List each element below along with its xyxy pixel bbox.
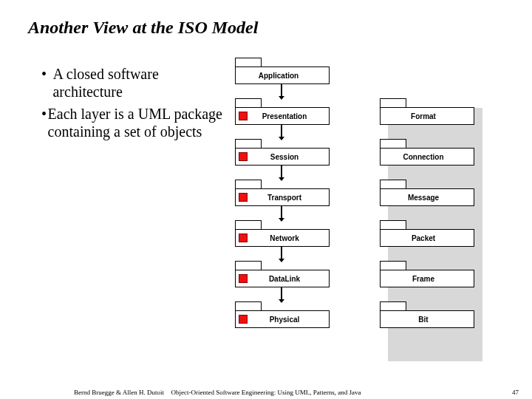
package-body: Format xyxy=(380,107,474,125)
package-label: Physical xyxy=(248,316,329,324)
package-label: Transport xyxy=(248,194,329,202)
package-body: Connection xyxy=(380,148,474,166)
package-label: DataLink xyxy=(248,275,329,283)
red-square-icon xyxy=(239,274,248,283)
red-square-icon xyxy=(239,152,248,161)
package-label: Message xyxy=(381,194,474,202)
layer-arrow-icon xyxy=(281,246,282,259)
slide-title: Another View at the ISO Model xyxy=(28,18,258,38)
layer-arrow-icon xyxy=(281,165,282,178)
bullet-list: •A closed software architecture•Each lay… xyxy=(41,65,226,145)
bullet-dot-icon: • xyxy=(41,65,52,100)
red-square-icon xyxy=(239,193,248,202)
bullet-dot-icon: • xyxy=(41,105,48,140)
bullet-item: •Each layer is a UML package containing … xyxy=(41,105,226,140)
footer-page-number: 47 xyxy=(512,389,519,396)
red-square-icon xyxy=(239,112,248,120)
footer-book-title: Object-Oriented Software Engineering: Us… xyxy=(0,389,532,396)
package-body: Frame xyxy=(380,270,474,287)
package-body: Application xyxy=(235,66,330,84)
package-label: Session xyxy=(248,153,329,161)
package-label: Presentation xyxy=(248,112,329,120)
bullet-item: •A closed software architecture xyxy=(41,65,226,100)
package-body: Transport xyxy=(235,188,330,206)
package-label: Application xyxy=(236,72,329,80)
package-label: Frame xyxy=(381,275,474,283)
layer-arrow-icon xyxy=(281,124,282,137)
package-label: Bit xyxy=(381,316,474,324)
package-body: Bit xyxy=(380,310,474,328)
package-label: Network xyxy=(248,234,329,242)
package-label: Connection xyxy=(381,153,474,161)
red-square-icon xyxy=(239,233,248,242)
package-body: Session xyxy=(235,148,330,166)
layer-arrow-icon xyxy=(281,287,282,300)
layer-arrow-icon xyxy=(281,83,282,97)
layer-arrow-icon xyxy=(281,205,282,219)
package-body: DataLink xyxy=(235,270,330,287)
package-label: Packet xyxy=(381,234,474,242)
package-body: Physical xyxy=(235,310,330,328)
package-label: Format xyxy=(381,112,474,120)
red-square-icon xyxy=(239,315,248,324)
package-body: Packet xyxy=(380,229,474,247)
package-body: Presentation xyxy=(235,107,330,125)
bullet-text: A closed software architecture xyxy=(52,65,226,100)
iso-diagram: FormatConnectionMessagePacketFrameBitApp… xyxy=(235,58,508,359)
package-body: Network xyxy=(235,229,330,247)
package-body: Message xyxy=(380,188,474,206)
bullet-text: Each layer is a UML package containing a… xyxy=(48,105,226,140)
